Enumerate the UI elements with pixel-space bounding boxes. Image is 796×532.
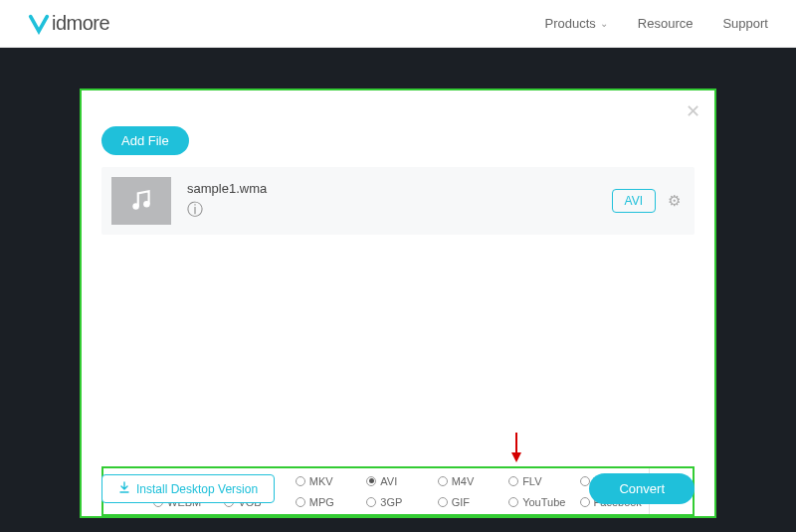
output-format-badge[interactable]: AVI (612, 189, 656, 213)
nav-support[interactable]: Support (722, 16, 768, 31)
bottom-actions: Install Desktop Version Convert (101, 473, 695, 504)
gear-icon[interactable]: ⚙ (668, 192, 681, 210)
nav-products-label: Products (545, 16, 596, 31)
top-nav: idmore Products ⌄ Resource Support (0, 0, 796, 48)
file-thumbnail (111, 177, 171, 225)
file-name: sample1.wma (187, 181, 612, 196)
install-desktop-button[interactable]: Install Desktop Version (101, 474, 275, 503)
arrow-annotation (510, 433, 522, 462)
converter-modal: ✕ Add File sample1.wma ⓘ AVI ⚙ (80, 89, 716, 518)
svg-point-0 (132, 203, 139, 210)
install-label: Install Desktop Version (136, 482, 258, 496)
logo[interactable]: idmore (28, 12, 109, 35)
logo-v-icon (28, 13, 50, 35)
info-icon[interactable]: ⓘ (187, 200, 612, 221)
logo-text: idmore (52, 12, 109, 35)
convert-button[interactable]: Convert (589, 473, 695, 504)
music-note-icon (128, 188, 154, 214)
close-icon[interactable]: ✕ (686, 100, 700, 122)
download-icon (118, 481, 130, 496)
nav-products[interactable]: Products ⌄ (545, 16, 608, 31)
file-info: sample1.wma ⓘ (187, 181, 612, 221)
file-row: sample1.wma ⓘ AVI ⚙ (101, 167, 695, 235)
nav-resource[interactable]: Resource (638, 16, 694, 31)
chevron-down-icon: ⌄ (600, 18, 608, 29)
svg-point-1 (143, 201, 150, 208)
add-file-button[interactable]: Add File (101, 126, 189, 155)
